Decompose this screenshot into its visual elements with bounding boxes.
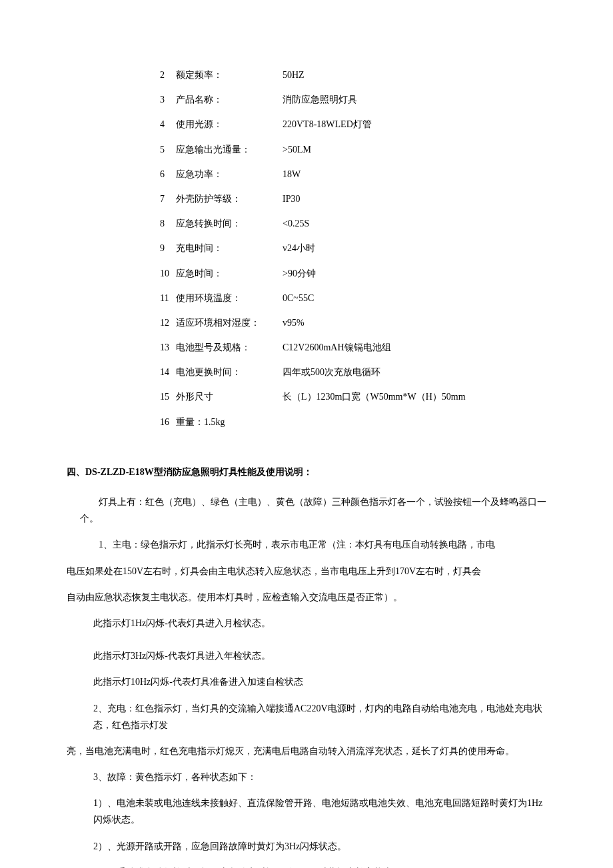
spec-num: 6 [160,166,176,183]
spec-row: 11 使用环境温度： 0C~55C [160,290,546,306]
p3: 3、故障：黄色指示灯，各种状态如下： [93,769,546,785]
spec-value: IP30 [283,191,546,207]
p1f: 此指示灯10Hz闪烁-代表灯具准备进入加速自检状态 [93,673,546,690]
spec-num: 10 [160,265,176,282]
spec-num: 15 [160,388,176,405]
p1a: 1、主电：绿色指示灯，此指示灯长亮时，表示市电正常（注：本灯具有电压自动转换电路… [80,536,546,553]
p3-3: 3）、手动或自动年检时，灯具应急放电时间不够30min时黄灯为长亮状态。 [93,864,546,868]
spec-num: 5 [160,141,176,158]
spec-row: 10 应急时间： >90分钟 [160,265,546,282]
p3-1: 1）、电池未装或电池连线未接触好、直流保险管开路、电池短路或电池失效、电池充电回… [93,795,546,828]
spec-value: 18W [283,166,546,183]
spec-num: 11 [160,290,176,306]
spec-label: 电池型号及规格： [176,339,283,356]
spec-row: 12 适应环境相对湿度： v95% [160,314,546,331]
spec-num: 9 [160,240,176,256]
spec-row: 4 使用光源： 220VT8-18WLED灯管 [160,116,546,133]
spec-label: 外形尺寸 [176,388,283,405]
p2b: 亮，当电池充满电时，红色充电指示灯熄灭，充满电后电路自动转入涓流浮充状态，延长了… [67,743,546,759]
p1e: 此指示灯3Hz闪烁-代表灯具进入年检状态。 [93,648,546,664]
spec-label: 重量：1.5kg [176,414,283,430]
spec-row: 5 应急输出光通量： >50LM [160,141,546,158]
p3-2: 2）、光源开路或开路，应急回路故障时黄灯为3Hz闪烁状态。 [93,838,546,855]
spec-row: 8 应急转换时间： <0.25S [160,215,546,232]
spec-label: 应急时间： [176,265,283,282]
spec-label: 额定频率： [176,67,283,83]
spec-num: 3 [160,91,176,108]
spec-value: 消防应急照明灯具 [283,91,546,108]
spec-label: 应急输出光通量： [176,141,283,158]
spec-value: 0C~55C [283,290,546,306]
spec-num: 8 [160,215,176,232]
spec-label: 应急功率： [176,166,283,183]
spec-num: 16 [160,414,176,430]
spec-row: 2 额定频率： 50HZ [160,67,546,83]
spec-table: 2 额定频率： 50HZ 3 产品名称： 消防应急照明灯具 4 使用光源： 22… [160,67,546,430]
spec-row: 15 外形尺寸 长（L）1230m口宽（W50mm*W（H）50mm [160,388,546,405]
spec-label: 充电时间： [176,240,283,256]
spec-value: C12V2600mAH镍镉电池组 [283,339,546,356]
p1b: 电压如果处在150V左右时，灯具会由主电状态转入应急状态，当市电电压上升到170… [67,563,546,580]
spec-label: 使用环境温度： [176,290,283,306]
spec-label: 使用光源： [176,116,283,133]
spec-num: 7 [160,191,176,207]
spec-value: 50HZ [283,67,546,83]
spec-value: v24小时 [283,240,546,256]
spec-value: 220VT8-18WLED灯管 [283,116,546,133]
p1c: 自动由应急状态恢复主电状态。使用本灯具时，应检查输入交流电压是否正常）。 [67,589,546,606]
section-4-title: 四、DS-ZLZD-E18W型消防应急照明灯具性能及使用说明： [67,464,546,480]
spec-row: 16 重量：1.5kg [160,414,546,430]
spec-row: 13 电池型号及规格： C12V2600mAH镍镉电池组 [160,339,546,356]
p2a: 2、充电：红色指示灯，当灯具的交流输入端接通AC220V电源时，灯内的电路自动给… [93,700,546,733]
spec-label: 适应环境相对湿度： [176,314,283,331]
spec-value: 长（L）1230m口宽（W50mm*W（H）50mm [283,388,546,405]
spec-num: 13 [160,339,176,356]
spec-value: v95% [283,314,546,331]
spec-row: 7 外壳防护等级： IP30 [160,191,546,207]
spec-value: >50LM [283,141,546,158]
spec-row: 3 产品名称： 消防应急照明灯具 [160,91,546,108]
p1d: 此指示灯1Hz闪烁-代表灯具进入月检状态。 [93,615,546,632]
spec-row: 9 充电时间： v24小时 [160,240,546,256]
spec-row: 14 电池更换时间： 四年或500次充放电循环 [160,364,546,380]
spec-value: 四年或500次充放电循环 [283,364,546,380]
spec-num: 4 [160,116,176,133]
spec-label: 产品名称： [176,91,283,108]
spec-num: 14 [160,364,176,380]
spec-label: 电池更换时间： [176,364,283,380]
spec-value: <0.25S [283,215,546,232]
spec-label: 应急转换时间： [176,215,283,232]
intro-paragraph: 灯具上有：红色（充电）、绿色（主电）、黄色（故障）三种颜色指示灯各一个，试验按钮… [80,494,546,527]
spec-row: 6 应急功率： 18W [160,166,546,183]
spec-num: 12 [160,314,176,331]
spec-num: 2 [160,67,176,83]
spec-label: 外壳防护等级： [176,191,283,207]
spec-value: >90分钟 [283,265,546,282]
